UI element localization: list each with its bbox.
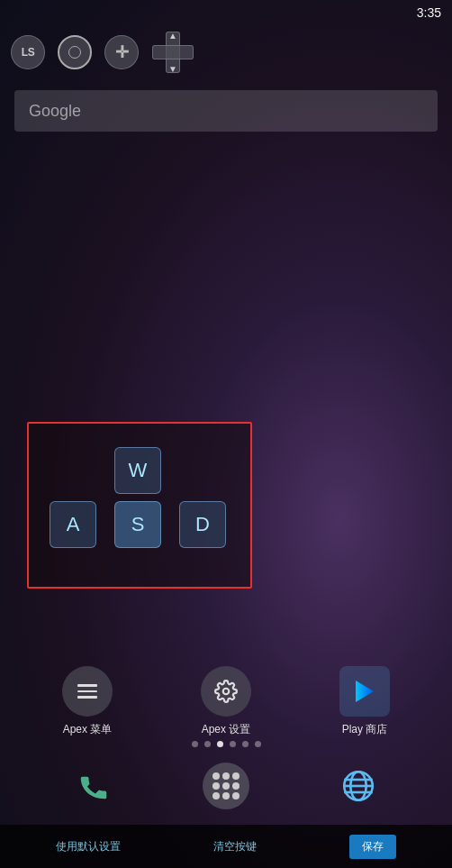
key-d-button[interactable]: D xyxy=(179,501,226,548)
key-a-button[interactable]: A xyxy=(50,501,96,548)
apps-grid-icon xyxy=(212,772,240,799)
apex-menu-item[interactable]: Apex 菜单 xyxy=(62,666,113,737)
dpad-control[interactable]: ▲ ▼ xyxy=(151,31,194,74)
status-bar: 3:35 xyxy=(0,0,452,25)
default-settings-link[interactable]: 使用默认设置 xyxy=(56,839,121,854)
cross-button[interactable]: ✛ xyxy=(104,35,139,69)
phone-svg-icon xyxy=(77,769,111,803)
dpad-up-arrow: ▲ xyxy=(168,31,177,41)
ls-button[interactable]: LS xyxy=(11,35,45,69)
wasd-overlay: W A S D xyxy=(27,422,252,589)
svg-marker-1 xyxy=(356,681,374,702)
dot-6[interactable] xyxy=(255,741,261,747)
wasd-container: W A S D xyxy=(50,447,230,564)
key-s-button[interactable]: S xyxy=(114,501,161,548)
svg-point-0 xyxy=(223,689,230,695)
target-button[interactable] xyxy=(58,35,92,69)
gear-icon xyxy=(214,680,238,703)
save-button[interactable]: 保存 xyxy=(349,835,396,859)
play-store-item[interactable]: Play 商店 xyxy=(339,666,390,737)
action-bar: 使用默认设置 清空按键 保存 xyxy=(0,825,452,868)
status-time: 3:35 xyxy=(417,5,441,20)
apex-settings-icon xyxy=(201,666,251,717)
clear-keys-link[interactable]: 清空按键 xyxy=(213,839,257,854)
play-triangle-icon xyxy=(348,675,381,708)
dpad-horizontal xyxy=(152,45,194,59)
cross-icon: ✛ xyxy=(115,42,129,62)
phone-icon[interactable] xyxy=(70,763,117,809)
bottom-dock xyxy=(0,754,452,818)
globe-icon[interactable] xyxy=(335,763,382,809)
dot-3-active[interactable] xyxy=(217,741,223,747)
apps-button[interactable] xyxy=(203,763,249,809)
dpad-down-arrow: ▼ xyxy=(168,64,177,74)
key-w-button[interactable]: W xyxy=(114,447,161,494)
dot-5[interactable] xyxy=(242,741,249,747)
search-bar[interactable]: Google xyxy=(14,90,438,132)
control-bar: LS ✛ ▲ ▼ xyxy=(0,27,452,78)
page-indicators xyxy=(0,741,452,747)
menu-lines-icon xyxy=(77,684,97,699)
search-placeholder: Google xyxy=(29,102,81,121)
apex-settings-item[interactable]: Apex 设置 xyxy=(201,666,251,737)
apex-settings-label: Apex 设置 xyxy=(202,722,251,737)
dock-icons: Apex 菜单 Apex 设置 Play 商店 xyxy=(0,666,452,737)
dot-1[interactable] xyxy=(192,741,198,747)
play-store-label: Play 商店 xyxy=(342,722,388,737)
dot-2[interactable] xyxy=(204,741,211,747)
globe-svg-icon xyxy=(339,767,377,805)
apex-menu-icon xyxy=(62,666,113,717)
apex-menu-label: Apex 菜单 xyxy=(63,722,113,737)
dot-4[interactable] xyxy=(230,741,236,747)
target-inner-icon xyxy=(68,46,81,59)
play-store-icon xyxy=(339,666,390,717)
